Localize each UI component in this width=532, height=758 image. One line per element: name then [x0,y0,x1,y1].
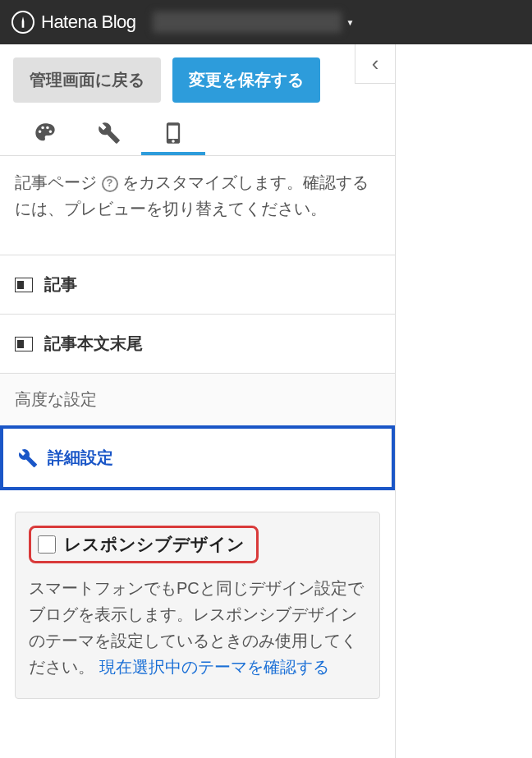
detail-settings-section: 詳細設定 [0,425,395,490]
chevron-left-icon: ‹ [372,51,379,76]
settings-sidebar: 管理画面に戻る 変更を保存する 記事ページ ? をカスタマイズします。確認するに… [0,44,396,758]
caret-down-icon: ▼ [346,18,355,27]
detail-settings-toggle[interactable]: 詳細設定 [3,429,392,487]
detail-settings-label: 詳細設定 [48,447,113,469]
blog-selector-dropdown[interactable]: ▼ [153,11,355,33]
section-article-label: 記事 [44,273,77,296]
page-description: 記事ページ ? をカスタマイズします。確認するには、プレビューを切り替えてくださ… [0,156,395,255]
article-end-icon [15,337,33,351]
wrench-icon [98,122,121,145]
wrench-icon [18,448,38,468]
responsive-design-description: スマートフォンでもPCと同じデザイン設定でブログを表示します。レスポンシブデザイ… [29,575,366,680]
svg-rect-3 [17,340,24,348]
tab-design[interactable] [13,114,77,155]
save-changes-button[interactable]: 変更を保存する [172,57,320,103]
hatena-logo[interactable]: Hatena Blog [11,11,136,34]
collapse-sidebar-button[interactable]: ‹ [355,44,396,84]
responsive-design-box: レスポンシブデザイン スマートフォンでもPCと同じデザイン設定でブログを表示しま… [15,512,380,699]
help-icon[interactable]: ? [102,176,118,192]
back-to-admin-button[interactable]: 管理画面に戻る [13,57,161,103]
smartphone-icon [162,122,185,145]
blog-name-blurred [153,11,342,33]
section-article[interactable]: 記事 [0,255,395,315]
palette-icon [34,122,57,145]
section-article-body-end-label: 記事本文末尾 [44,333,143,355]
top-bar: Hatena Blog ▼ [0,0,532,44]
confirm-theme-link[interactable]: 現在選択中のテーマを確認する [99,658,329,676]
settings-scroll-area[interactable]: 記事ページ ? をカスタマイズします。確認するには、プレビューを切り替えてくださ… [0,155,395,758]
advanced-settings-header: 高度な設定 [0,374,395,426]
responsive-design-checkbox-row[interactable]: レスポンシブデザイン [29,526,259,563]
section-article-body-end[interactable]: 記事本文末尾 [0,315,395,374]
responsive-design-label: レスポンシブデザイン [64,533,245,556]
pen-circle-icon [11,11,34,34]
action-buttons: 管理画面に戻る 変更を保存する [0,44,395,114]
tab-smartphone[interactable] [141,114,205,155]
content-wrap: 管理画面に戻る 変更を保存する 記事ページ ? をカスタマイズします。確認するに… [0,44,532,758]
responsive-design-checkbox[interactable] [38,535,56,554]
preview-pane [396,44,532,758]
design-tabs [0,114,395,155]
article-icon [15,278,33,292]
svg-rect-1 [17,281,24,289]
logo-text: Hatena Blog [41,11,136,33]
tab-customize[interactable] [77,114,141,155]
